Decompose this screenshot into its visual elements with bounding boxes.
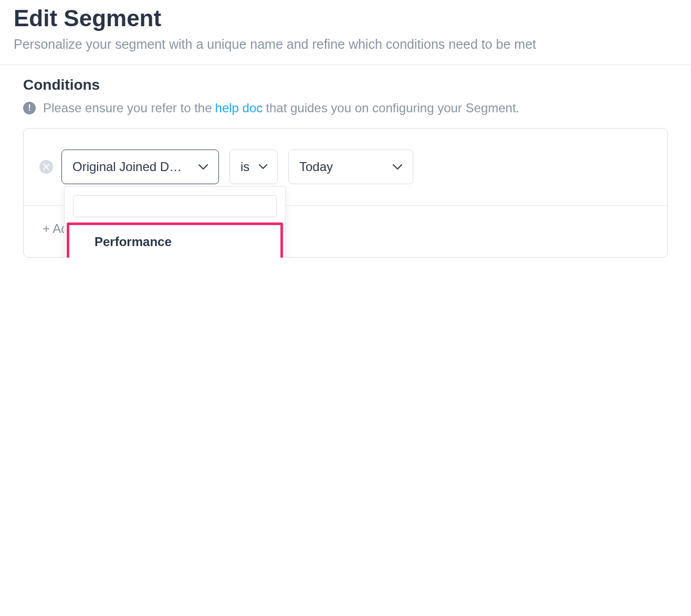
value-select-label: Today [299,160,333,174]
page-title: Edit Segment [14,5,677,31]
chevron-down-icon [198,164,208,170]
chevron-down-icon [259,164,267,169]
highlight-performance: Performance [67,222,283,258]
field-dropdown: Performance Actions Clicks Revenue (USD)… [64,186,286,258]
help-doc-link[interactable]: help doc [215,101,263,115]
group-header-performance: Performance [69,225,280,258]
value-select[interactable]: Today [288,150,413,184]
operator-select-label: is [240,160,249,174]
page-subtitle: Personalize your segment with a unique n… [14,37,677,52]
help-suffix: that guides you on configuring your Segm… [266,101,519,115]
conditions-box: Original Joined D… is Today + Add Filter [23,128,668,258]
help-line: ! Please ensure you refer to the help do… [23,101,668,115]
page-header: Edit Segment Personalize your segment wi… [0,0,691,65]
chevron-down-icon [393,164,402,170]
conditions-section: Conditions ! Please ensure you refer to … [0,65,691,258]
field-select[interactable]: Original Joined D… [61,150,219,184]
field-select-label: Original Joined D… [72,160,182,174]
conditions-title: Conditions [23,77,668,93]
dropdown-search-input[interactable] [73,195,277,217]
operator-select[interactable]: is [229,150,278,184]
close-icon [43,164,49,170]
help-prefix: Please ensure you refer to the [43,101,212,115]
info-icon: ! [23,102,36,114]
remove-condition-button[interactable] [39,160,53,174]
